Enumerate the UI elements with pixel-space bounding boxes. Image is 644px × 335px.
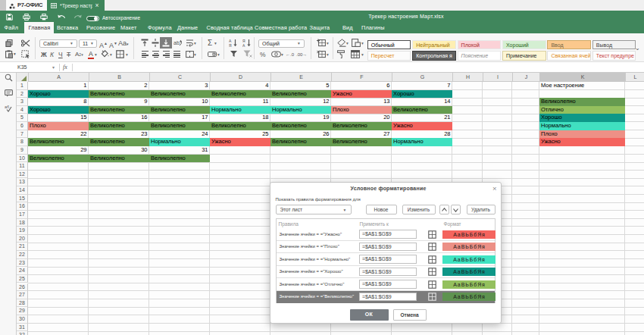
svg-text:ab: ab (174, 40, 180, 45)
svg-text:аб: аб (5, 105, 9, 109)
svg-text:А: А (242, 43, 245, 47)
svg-text:Я: Я (229, 43, 232, 47)
